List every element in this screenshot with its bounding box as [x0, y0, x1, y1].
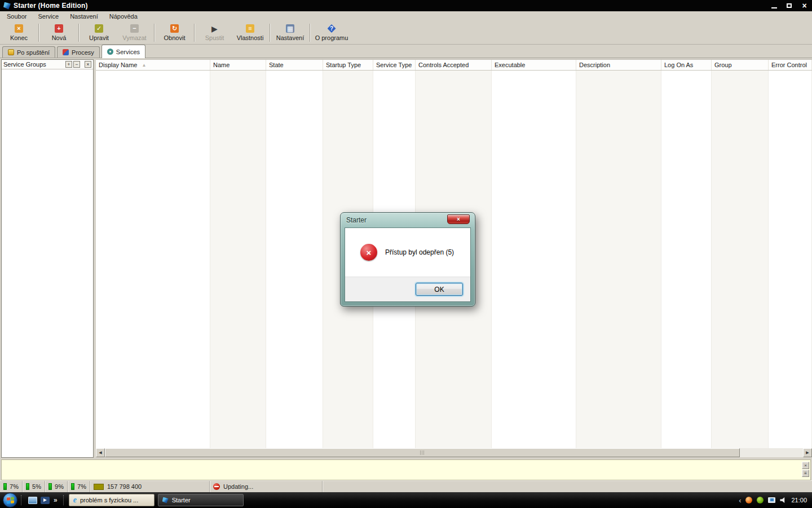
window-controls: × — [766, 0, 812, 11]
edit-icon: ✓ — [95, 24, 103, 33]
error-dialog: Starter × × Přístup byl odepřen (5) OK — [340, 212, 475, 306]
tray-orange-app-icon[interactable] — [745, 497, 752, 503]
column-header-description[interactable]: Description — [576, 60, 661, 70]
tray-green-app-icon[interactable] — [757, 497, 764, 503]
toolbar-button-vymazat: − Vymazat — [117, 21, 152, 44]
menu-soubor[interactable]: Soubor — [1, 12, 32, 21]
toolbar-button-konec[interactable]: × Konec — [1, 21, 37, 44]
dialog-title: Starter — [346, 216, 367, 224]
toolbar-button-label: Obnovit — [164, 34, 186, 41]
dialog-close-button[interactable]: × — [447, 214, 470, 224]
column-header-state[interactable]: State — [266, 60, 323, 70]
network-icon[interactable] — [768, 497, 775, 503]
minimize-button[interactable] — [766, 0, 782, 11]
menu-napoveda[interactable]: Nápověda — [104, 12, 143, 21]
cpu-panel-4: 7% — [68, 481, 90, 492]
toolbar-separator — [270, 24, 271, 42]
log-panel: × ≡ — [1, 459, 811, 480]
tray-collapse-icon[interactable]: ‹ — [739, 496, 741, 505]
exit-icon: × — [15, 24, 23, 33]
app-icon — [3, 2, 11, 10]
column-header-label: Error Control — [771, 62, 807, 68]
log-menu-button[interactable]: ≡ — [802, 470, 809, 477]
toolbar-button-label: Konec — [10, 34, 28, 41]
show-desktop-icon[interactable] — [28, 497, 37, 504]
toolbar-button-obnovit[interactable]: ↻ Obnovit — [157, 21, 192, 44]
start-button[interactable] — [3, 493, 17, 507]
scroll-left-button[interactable]: ◀ — [96, 448, 105, 457]
column-header-label: Startup Type — [326, 62, 361, 68]
toolbar-button-upravit[interactable]: ✓ Upravit — [81, 21, 117, 44]
menu-nastaveni[interactable]: Nastavení — [64, 12, 104, 21]
column-header-service-type[interactable]: Service Type — [373, 60, 416, 70]
taskbar-grip[interactable] — [63, 495, 65, 505]
scrollbar-track[interactable] — [105, 448, 803, 457]
refresh-icon: ↻ — [170, 24, 179, 33]
error-icon: × — [360, 244, 377, 261]
quick-launch-icon[interactable] — [41, 497, 50, 504]
scrollbar-thumb[interactable] — [105, 448, 740, 457]
quick-launch-overflow-icon[interactable]: » — [54, 496, 58, 504]
column-header-startup-type[interactable]: Startup Type — [323, 60, 373, 70]
tab-po-spusteni[interactable]: Po spuštění — [2, 46, 55, 58]
column-header-executable[interactable]: Executable — [492, 60, 576, 70]
cpu-gauge-icon — [26, 483, 29, 490]
toolbar-button-nastaveni[interactable]: ▦ Nastavení — [272, 21, 308, 44]
tab-services[interactable]: Services — [102, 45, 145, 58]
log-close-button[interactable]: × — [802, 462, 809, 469]
processes-tab-icon — [63, 49, 69, 55]
window-title: Starter (Home Edition) — [14, 2, 88, 10]
table-column-stripe — [712, 71, 769, 448]
maximize-button[interactable] — [782, 0, 797, 11]
windows-flag-icon — [7, 497, 14, 503]
taskbar-item-browser[interactable]: e problém s fyzickou ... — [69, 494, 155, 506]
column-header-label: Executable — [495, 62, 525, 68]
scroll-right-button[interactable]: ▶ — [803, 448, 812, 457]
new-icon: + — [55, 24, 63, 33]
delete-icon: − — [130, 24, 139, 33]
dialog-titlebar[interactable]: Starter × — [341, 213, 475, 227]
toolbar-button-o-programu[interactable]: ? O programu — [312, 21, 351, 44]
internet-explorer-icon: e — [73, 496, 77, 505]
settings-icon: ▦ — [286, 24, 294, 33]
column-header-error-control[interactable]: Error Control — [769, 60, 812, 70]
service-groups-panel: Service Groups + − × — [1, 59, 94, 458]
taskbar-item-starter[interactable]: Starter — [158, 494, 244, 506]
horizontal-scrollbar[interactable]: ◀ ▶ — [96, 448, 812, 457]
collapse-all-button[interactable]: − — [73, 61, 80, 68]
toolbar-button-vlastnosti[interactable]: ≡ Vlastnosti — [232, 21, 268, 44]
toolbar-button-label: Nová — [52, 34, 67, 41]
ok-button[interactable]: OK — [416, 283, 463, 296]
column-header-log-on-as[interactable]: Log On As — [661, 60, 712, 70]
toolbar-separator — [38, 24, 39, 42]
taskbar-grip[interactable] — [21, 495, 23, 505]
toolbar-separator — [78, 24, 80, 42]
close-panel-button[interactable]: × — [85, 61, 91, 68]
cpu-panel-2: 5% — [23, 481, 45, 492]
expand-all-button[interactable]: + — [65, 61, 72, 68]
status-panel: Updating... — [210, 481, 323, 492]
toolbar-button-label: Vlastnosti — [237, 34, 264, 41]
column-header-name[interactable]: Name — [210, 60, 266, 70]
taskbar-clock: 21:00 — [791, 497, 807, 503]
starter-app-icon — [162, 497, 169, 503]
column-header-display-name[interactable]: Display Name ▲ — [96, 60, 210, 70]
service-groups-header: Service Groups + − × — [2, 60, 93, 69]
log-panel-buttons: × ≡ — [802, 462, 809, 477]
maximize-icon — [787, 3, 792, 8]
menu-service[interactable]: Service — [32, 12, 64, 21]
cpu-gauge-icon — [3, 483, 7, 490]
close-button[interactable]: × — [797, 0, 812, 11]
minimize-icon — [771, 7, 777, 8]
volume-icon[interactable] — [780, 497, 787, 503]
starter-app-window: Starter (Home Edition) × Soubor Service … — [0, 0, 812, 508]
toolbar-separator — [154, 24, 155, 42]
system-tray: ‹ 21:00 — [739, 496, 812, 505]
column-header-controls-accepted[interactable]: Controls Accepted — [416, 60, 492, 70]
tab-procesy[interactable]: Procesy — [57, 46, 100, 58]
column-header-group[interactable]: Group — [712, 60, 769, 70]
toolbar-button-nova[interactable]: + Nová — [41, 21, 77, 44]
sort-ascending-icon: ▲ — [142, 63, 146, 68]
column-header-label: Group — [714, 62, 732, 68]
table-column-stripe — [96, 71, 210, 448]
